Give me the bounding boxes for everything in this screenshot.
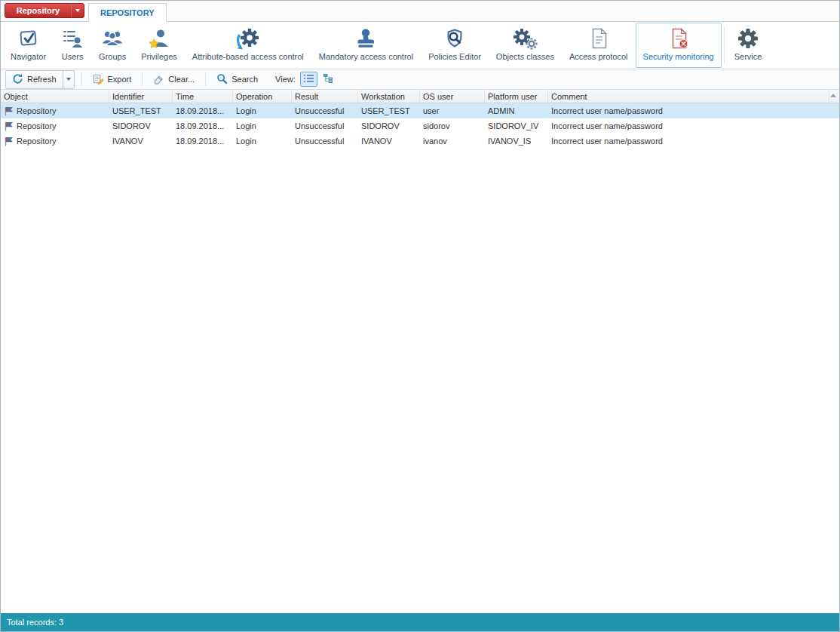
table-cell: Incorrect user name/password <box>548 137 839 146</box>
ribbon-item-label: Policies Editor <box>428 52 481 61</box>
search-icon <box>216 73 228 86</box>
repository-menu-dropdown[interactable] <box>72 9 84 12</box>
ribbon-item-access-protocol[interactable]: Access protocol <box>562 23 636 68</box>
clear-label: Clear... <box>168 75 195 84</box>
table-cell: SIDOROV <box>109 121 173 130</box>
ribbon-item-objects-classes[interactable]: Objects classes <box>489 23 562 68</box>
table-cell: Login <box>233 137 292 146</box>
search-button[interactable]: Search <box>210 70 265 89</box>
toolbar-separator <box>142 72 143 86</box>
abac-gear-icon <box>235 26 262 51</box>
ribbon-item-label: Attribute-based access control <box>192 52 304 61</box>
status-bar: Total records: 3 <box>1 613 839 631</box>
table-cell: SIDOROV_IV <box>485 121 548 130</box>
tree-view-icon <box>323 74 335 84</box>
table-cell: user <box>420 106 485 115</box>
table-header-row: ObjectIdentifierTimeOperationResultWorks… <box>1 90 839 103</box>
search-label: Search <box>231 75 258 84</box>
view-label: View: <box>275 75 296 84</box>
ribbon-item-label: Navigator <box>11 52 46 61</box>
export-label: Export <box>108 75 132 84</box>
toolbar-separator <box>205 72 206 86</box>
column-header-comment[interactable]: Comment <box>548 90 829 103</box>
view-list-button[interactable] <box>300 72 317 87</box>
column-header-workstation[interactable]: Workstation <box>358 90 420 103</box>
gears-icon <box>512 26 538 51</box>
column-header-result[interactable]: Result <box>292 90 358 103</box>
column-header-platform-user[interactable]: Platform user <box>485 90 548 103</box>
table-cell: 18.09.2018... <box>173 137 233 146</box>
clear-button[interactable]: Clear... <box>146 70 201 89</box>
ribbon-item-attribute-based-access-control[interactable]: Attribute-based access control <box>185 23 311 68</box>
ribbon-item-security-monitoring[interactable]: Security monitoring <box>636 23 722 68</box>
ribbon-item-label: Access protocol <box>569 52 628 61</box>
ribbon-item-label: Security monitoring <box>643 52 714 61</box>
repository-flag-icon <box>4 137 14 146</box>
refresh-dropdown-button[interactable] <box>63 71 74 88</box>
ribbon-separator <box>724 27 725 63</box>
tab-strip: Repository REPOSITORY <box>1 1 839 22</box>
column-header-object[interactable]: Object <box>1 90 109 103</box>
refresh-icon <box>12 73 23 86</box>
tab-label: REPOSITORY <box>100 8 155 17</box>
table-cell: Unsuccessful <box>292 106 358 115</box>
eraser-icon <box>153 73 164 86</box>
app-window: Repository REPOSITORY Navigator Users Gr… <box>0 0 840 632</box>
table-cell: sidorov <box>420 121 485 130</box>
repository-menu-label: Repository <box>5 6 71 15</box>
table-row[interactable]: RepositoryUSER_TEST18.09.2018...LoginUns… <box>1 103 839 118</box>
chevron-down-icon <box>75 9 80 12</box>
ribbon-item-label: Groups <box>99 52 126 61</box>
table-row[interactable]: RepositorySIDOROV18.09.2018...LoginUnsuc… <box>1 118 839 133</box>
table-cell: Incorrect user name/password <box>548 121 839 130</box>
table-cell: ivanov <box>420 137 485 146</box>
gear-icon <box>737 26 759 51</box>
action-toolbar: Refresh Export Clear... Search View: <box>1 69 839 90</box>
table-body: RepositoryUSER_TEST18.09.2018...LoginUns… <box>1 103 839 613</box>
toolbar-separator <box>81 72 82 86</box>
ribbon-item-label: Users <box>62 52 84 61</box>
chevron-down-icon <box>66 78 71 81</box>
ribbon-item-label: Service <box>734 52 762 61</box>
table-cell: Repository <box>1 106 109 116</box>
column-header-operation[interactable]: Operation <box>233 90 292 103</box>
table-cell: SIDOROV <box>358 121 420 130</box>
repository-menu-button[interactable]: Repository <box>5 3 84 18</box>
scroll-up-arrow[interactable] <box>830 94 836 97</box>
ribbon-item-mandatory-access-control[interactable]: Mandatory access control <box>311 23 421 68</box>
ribbon-item-users[interactable]: Users <box>54 23 91 68</box>
repository-flag-icon <box>4 106 14 116</box>
table-cell: Login <box>233 121 292 130</box>
table-cell: Login <box>233 106 292 115</box>
ribbon-item-groups[interactable]: Groups <box>91 23 133 68</box>
table-cell: IVANOV_IS <box>485 137 548 146</box>
table-cell: Incorrect user name/password <box>548 106 839 115</box>
ribbon-item-privileges[interactable]: Privileges <box>133 23 185 68</box>
ribbon-item-navigator[interactable]: Navigator <box>3 23 54 68</box>
refresh-split-button: Refresh <box>5 70 75 89</box>
document-error-icon <box>667 26 690 51</box>
ribbon-item-label: Mandatory access control <box>319 52 413 61</box>
shield-magnifier-icon <box>443 26 466 51</box>
privileges-icon <box>148 26 170 51</box>
users-icon <box>61 26 84 51</box>
table-cell: Unsuccessful <box>292 121 358 130</box>
view-tree-button[interactable] <box>320 72 338 87</box>
export-button[interactable]: Export <box>86 70 139 89</box>
table-cell: Repository <box>1 121 109 131</box>
column-header-identifier[interactable]: Identifier <box>109 90 173 103</box>
tab-repository[interactable]: REPOSITORY <box>88 3 167 22</box>
refresh-button[interactable]: Refresh <box>6 71 63 88</box>
ribbon-item-service[interactable]: Service <box>727 23 770 68</box>
ribbon-item-policies-editor[interactable]: Policies Editor <box>421 23 489 68</box>
column-header-time[interactable]: Time <box>173 90 233 103</box>
ribbon-item-label: Objects classes <box>496 52 554 61</box>
table-cell: Unsuccessful <box>292 137 358 146</box>
table-row[interactable]: RepositoryIVANOV18.09.2018...LoginUnsucc… <box>1 133 839 149</box>
total-records-label: Total records: 3 <box>7 618 63 627</box>
table-cell: ADMIN <box>485 106 548 115</box>
column-header-os-user[interactable]: OS user <box>420 90 485 103</box>
navigator-icon <box>17 26 40 51</box>
list-view-icon <box>303 74 314 84</box>
repository-flag-icon <box>4 121 14 131</box>
